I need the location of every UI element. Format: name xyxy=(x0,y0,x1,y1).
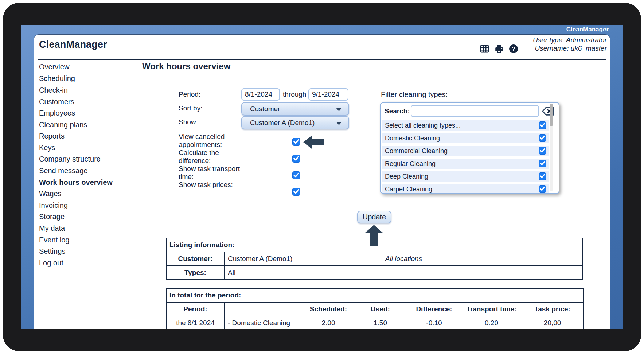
table-title-row: In total for the period: xyxy=(166,288,583,302)
col-period: Period: xyxy=(166,302,225,316)
calculate-difference-checkbox[interactable] xyxy=(292,155,300,163)
select-all-checkbox[interactable] xyxy=(539,121,546,129)
col-difference: Difference: xyxy=(407,302,461,316)
task-name: - Domestic Cleaning xyxy=(225,316,303,329)
sidebar-item-check-in[interactable]: Check-in xyxy=(39,86,68,94)
sidebar-item-event-log[interactable]: Event log xyxy=(39,236,69,244)
search-label: Search: xyxy=(385,107,410,115)
list-item-label: Deep Cleaning xyxy=(382,173,428,180)
task-price-value: 20,00 xyxy=(522,316,583,329)
carpet-cleaning-checkbox[interactable] xyxy=(539,185,546,193)
totals-table: In total for the period: Period: Schedul… xyxy=(166,288,584,329)
sidebar-item-reports[interactable]: Reports xyxy=(39,132,65,140)
show-value: Customer A (Demo1) xyxy=(250,119,315,127)
deep-cleaning-checkbox[interactable] xyxy=(539,172,546,180)
sidebar-item-settings[interactable]: Settings xyxy=(39,247,65,256)
update-button[interactable]: Update xyxy=(357,211,391,223)
list-item-label: Select all cleaning types... xyxy=(382,122,461,129)
customer-label: Customer: xyxy=(166,252,225,266)
show-task-prices-checkbox[interactable] xyxy=(292,188,300,196)
types-label: Types: xyxy=(166,266,225,280)
sidebar-item-invoicing[interactable]: Invoicing xyxy=(39,201,68,210)
header-toolbar: ? xyxy=(480,44,518,54)
scheduled-value: 2:00 xyxy=(303,316,354,329)
table-row: Customer: Customer A (Demo1) All locatio… xyxy=(166,252,583,266)
main-content: Work hours overview Period: through Sort… xyxy=(138,59,610,329)
help-icon[interactable]: ? xyxy=(509,44,518,54)
view-cancelled-checkbox[interactable] xyxy=(292,138,300,146)
sidebar-item-customers[interactable]: Customers xyxy=(39,98,74,106)
annotation-arrow-left-icon xyxy=(303,136,324,149)
show-task-prices-label: Show task prices: xyxy=(179,181,241,189)
period-from-input[interactable] xyxy=(241,88,280,101)
sidebar-item-my-data[interactable]: My data xyxy=(39,224,65,233)
transport-time-value: 0:20 xyxy=(461,316,522,329)
sidebar-item-log-out[interactable]: Log out xyxy=(39,259,63,267)
view-cancelled-label: View cancelled appointments: xyxy=(179,133,241,149)
table-row: the 8/1 2024 - Domestic Cleaning 2:00 1:… xyxy=(166,316,583,329)
types-value: All xyxy=(225,266,583,280)
list-item-domestic[interactable]: Domestic Cleaning xyxy=(382,133,549,143)
sort-by-select[interactable]: Customer xyxy=(241,102,349,116)
col-scheduled: Scheduled: xyxy=(303,302,354,316)
app-page: CleanManager xyxy=(34,35,610,329)
user-info: User type: Administrator Username: uk6_m… xyxy=(533,36,607,52)
sidebar-item-keys[interactable]: Keys xyxy=(39,144,55,152)
sidebar-item-send-message[interactable]: Send message xyxy=(39,167,87,175)
regular-cleaning-checkbox[interactable] xyxy=(539,160,546,167)
col-task xyxy=(225,302,303,316)
username-label: Username: uk6_master xyxy=(533,44,607,52)
sidebar-item-company-structure[interactable]: Company structure xyxy=(39,155,101,163)
svg-text:?: ? xyxy=(512,45,516,52)
period-to-input[interactable] xyxy=(308,88,348,101)
sidebar-item-employees[interactable]: Employees xyxy=(39,109,75,117)
used-value: 1:50 xyxy=(354,316,407,329)
domestic-cleaning-checkbox[interactable] xyxy=(539,134,546,142)
app-title: CleanManager xyxy=(39,39,107,50)
table-title-row: Listing information: xyxy=(166,238,583,252)
chevron-down-icon xyxy=(336,108,342,111)
list-item-commercial[interactable]: Commercial Cleaning xyxy=(382,146,549,156)
filter-cleaning-types-title: Filter cleaning types: xyxy=(381,90,448,99)
page-title: Work hours overview xyxy=(142,61,230,71)
table-grid-icon[interactable] xyxy=(480,44,489,54)
show-label: Show: xyxy=(179,118,198,126)
period-label: Period: xyxy=(179,90,200,98)
sidebar: Overview Scheduling Check-in Customers E… xyxy=(34,59,138,329)
listing-information-title: Listing information: xyxy=(166,238,583,252)
printer-icon[interactable] xyxy=(494,44,504,54)
table-header-row: Period: Scheduled: Used: Difference: Tra… xyxy=(166,302,583,316)
customer-value-cell: Customer A (Demo1) All locations xyxy=(225,252,583,266)
sidebar-item-storage[interactable]: Storage xyxy=(39,213,65,221)
list-item-deep[interactable]: Deep Cleaning xyxy=(382,171,549,182)
list-item-select-all[interactable]: Select all cleaning types... xyxy=(382,120,549,131)
period-value: the 8/1 2024 xyxy=(166,316,225,329)
totals-title: In total for the period: xyxy=(166,288,583,302)
difference-value: -0:10 xyxy=(407,316,461,329)
sidebar-item-work-hours-overview[interactable]: Work hours overview xyxy=(39,178,113,187)
scrollbar-thumb[interactable] xyxy=(550,104,553,126)
sort-by-label: Sort by: xyxy=(179,104,202,112)
list-item-carpet[interactable]: Carpet Cleaning xyxy=(382,184,549,194)
commercial-cleaning-checkbox[interactable] xyxy=(539,147,546,155)
filter-cleaning-types-panel: Search: Select all cleaning types... xyxy=(380,102,559,194)
show-transport-time-label: Show task transport time: xyxy=(179,165,241,181)
col-used: Used: xyxy=(354,302,407,316)
device-frame: CleanManager CleanManager xyxy=(3,3,641,351)
sidebar-item-wages[interactable]: Wages xyxy=(39,190,62,198)
scrollbar[interactable] xyxy=(550,104,553,191)
sort-by-value: Customer xyxy=(250,105,280,113)
through-label: through xyxy=(283,90,306,98)
chevron-down-icon xyxy=(336,122,342,125)
sidebar-item-scheduling[interactable]: Scheduling xyxy=(39,74,75,83)
calculate-difference-label: Calculate the difference: xyxy=(179,149,241,165)
list-item-label: Regular Cleaning xyxy=(382,160,436,167)
show-select[interactable]: Customer A (Demo1) xyxy=(241,116,349,129)
user-type-label: User type: Administrator xyxy=(533,36,607,44)
list-item-regular[interactable]: Regular Cleaning xyxy=(382,159,549,169)
sidebar-item-cleaning-plans[interactable]: Cleaning plans xyxy=(39,121,87,129)
sidebar-item-overview[interactable]: Overview xyxy=(39,63,69,71)
search-input[interactable] xyxy=(411,105,539,117)
list-item-label: Carpet Cleaning xyxy=(382,186,432,193)
show-transport-time-checkbox[interactable] xyxy=(292,171,300,179)
